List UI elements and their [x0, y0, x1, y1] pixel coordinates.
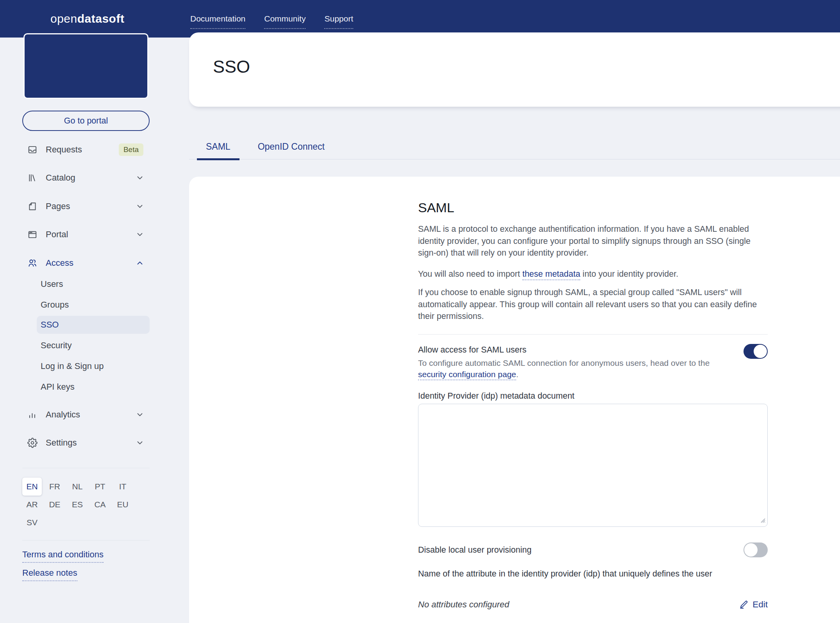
topnav: Documentation Community Support [190, 0, 353, 38]
chevron-down-icon [136, 439, 144, 447]
analytics-bars-icon [27, 410, 38, 420]
catalog-icon [27, 173, 38, 183]
sidebar-divider [22, 468, 150, 468]
language-pt[interactable]: PT [90, 478, 110, 496]
pencil-icon [739, 600, 749, 609]
page-title: SSO [213, 57, 250, 77]
saml-metadata-paragraph: You will also need to import these metad… [418, 268, 768, 280]
sidebar-item-label: Pages [46, 201, 70, 211]
language-ca[interactable]: CA [90, 496, 110, 514]
language-en[interactable]: EN [22, 478, 42, 496]
sidebar-item-users[interactable]: Users [22, 275, 150, 293]
sidebar-item-label: Access [46, 258, 73, 268]
sidebar-item-requests[interactable]: Requests Beta [22, 140, 150, 159]
security-configuration-page-link[interactable]: security configuration page [418, 370, 516, 380]
sidebar-item-pages[interactable]: Pages [22, 197, 150, 216]
unique-attribute-label: Name of the attribute in the identity pr… [418, 568, 768, 580]
idp-metadata-textarea[interactable] [418, 404, 768, 527]
language-nl[interactable]: NL [68, 478, 87, 496]
sidebar-item-label: Portal [46, 229, 68, 240]
tab-bar: SAML OpenID Connect [189, 135, 840, 159]
sidebar-item-api-keys[interactable]: API keys [22, 378, 150, 396]
disable-provisioning-toggle[interactable] [743, 542, 768, 557]
sidebar-item-label: Users [41, 279, 63, 289]
sidebar-item-analytics[interactable]: Analytics [22, 405, 150, 424]
screen: opendatasoft Documentation Community Sup… [0, 0, 840, 623]
tab-saml[interactable]: SAML [197, 135, 239, 160]
language-de[interactable]: DE [45, 496, 64, 514]
toggle-knob [744, 543, 758, 557]
sidebar-item-label: API keys [41, 382, 75, 392]
language-it[interactable]: IT [113, 478, 132, 496]
sidebar-item-label: Catalog [46, 173, 75, 183]
allow-saml-row: Allow access for SAML users To configure… [418, 344, 768, 380]
language-selector: EN FR NL PT IT AR DE ES CA EU SV [22, 478, 139, 532]
language-fr[interactable]: FR [45, 478, 64, 496]
sidebar-item-catalog[interactable]: Catalog [22, 168, 150, 187]
language-eu[interactable]: EU [113, 496, 132, 514]
these-metadata-link[interactable]: these metadata [522, 269, 580, 280]
language-sv[interactable]: SV [22, 514, 42, 532]
chevron-down-icon [136, 230, 144, 239]
pages-icon [27, 201, 38, 211]
nav-support[interactable]: Support [324, 14, 353, 23]
attributes-row: No attributes configured Edit [418, 600, 768, 610]
sidebar-item-security[interactable]: Security [22, 337, 150, 354]
sidebar-item-label: Analytics [46, 410, 80, 420]
sidebar-item-label: SSO [41, 320, 59, 330]
portal-icon [27, 229, 38, 240]
sidebar-item-label: Groups [41, 300, 69, 310]
chevron-down-icon [136, 410, 144, 419]
opendatasoft-logo: opendatasoft [50, 0, 124, 38]
edit-button-label: Edit [752, 600, 768, 610]
sidebar-item-sso[interactable]: SSO [22, 316, 150, 334]
allow-saml-description: To configure automatic SAML connection f… [418, 357, 715, 380]
no-attributes-text: No attributes configured [418, 600, 509, 610]
sidebar-item-label: Settings [46, 438, 77, 448]
sidebar-item-groups[interactable]: Groups [22, 296, 150, 314]
go-to-portal-button[interactable]: Go to portal [22, 111, 150, 131]
chevron-down-icon [136, 174, 144, 182]
language-es[interactable]: ES [68, 496, 87, 514]
logo-data: data [77, 12, 102, 25]
logo-soft: soft [102, 12, 124, 25]
saml-group-paragraph: If you choose to enable signup through S… [418, 286, 768, 322]
release-notes-link[interactable]: Release notes [22, 568, 77, 578]
sidebar-item-login-signup[interactable]: Log in & Sign up [22, 357, 150, 375]
sidebar-item-label: Log in & Sign up [41, 361, 104, 371]
metadata-text-before: You will also need to import [418, 269, 522, 279]
tab-openid-connect[interactable]: OpenID Connect [249, 135, 334, 160]
terms-and-conditions-link[interactable]: Terms and conditions [22, 550, 104, 560]
allow-saml-label: Allow access for SAML users [418, 344, 715, 356]
allow-saml-toggle[interactable] [743, 344, 768, 359]
desc-text-before: To configure automatic SAML connection f… [418, 358, 710, 367]
sidebar-divider [22, 540, 150, 541]
topbar: opendatasoft Documentation Community Sup… [0, 0, 840, 38]
toggle-knob [754, 345, 767, 358]
content-divider [418, 334, 768, 335]
inbox-icon [27, 145, 38, 155]
portal-logo-placeholder [23, 33, 148, 99]
chevron-down-icon [136, 202, 144, 211]
edit-attributes-button[interactable]: Edit [739, 600, 768, 610]
metadata-text-after: into your identity provider. [580, 269, 678, 279]
sidebar-item-label: Requests [46, 145, 82, 155]
saml-intro-paragraph: SAML is a protocol to exchange authentif… [418, 223, 768, 259]
nav-documentation[interactable]: Documentation [190, 14, 245, 23]
chevron-up-icon [136, 259, 144, 267]
logo-open: open [50, 12, 77, 25]
disable-provisioning-label: Disable local user provisioning [418, 542, 531, 557]
saml-panel: SAML SAML is a protocol to exchange auth… [189, 177, 840, 623]
idp-metadata-field-wrap [418, 404, 768, 527]
access-users-icon [27, 258, 38, 268]
gear-icon [27, 438, 38, 448]
disable-provisioning-row: Disable local user provisioning [418, 542, 768, 557]
saml-heading: SAML [418, 200, 768, 215]
page-header: SSO [189, 32, 840, 107]
sidebar-item-access[interactable]: Access [22, 254, 150, 272]
nav-community[interactable]: Community [264, 14, 306, 23]
language-ar[interactable]: AR [22, 496, 42, 514]
sidebar-item-settings[interactable]: Settings [22, 433, 150, 452]
sidebar-item-portal[interactable]: Portal [22, 225, 150, 244]
sidebar-item-label: Security [41, 340, 71, 351]
